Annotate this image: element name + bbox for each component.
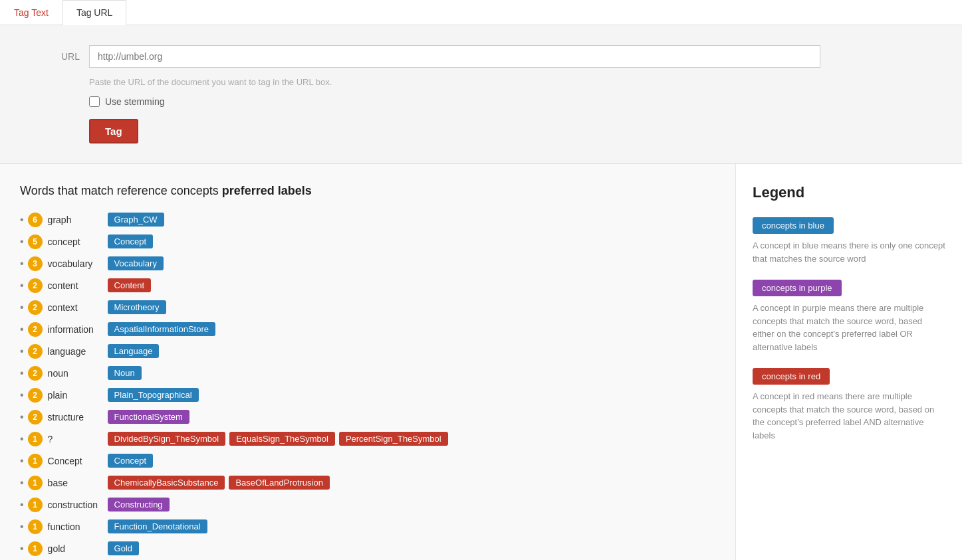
list-item: •1functionFunction_Denotational (20, 518, 715, 535)
stemming-checkbox[interactable] (89, 96, 100, 107)
legend-badge-red: concepts in red (753, 368, 830, 385)
legend-desc: A concept in blue means there is only on… (753, 239, 945, 265)
stemming-row: Use stemming (89, 96, 935, 107)
count-badge: 2 (28, 300, 43, 315)
concept-tag[interactable]: PercentSign_TheSymbol (339, 432, 448, 446)
count-badge: 1 (28, 519, 43, 534)
concept-tag[interactable]: ChemicallyBasicSubstance (108, 476, 225, 490)
list-item: •2languageLanguage (20, 343, 715, 359)
word-text: vocabulary (48, 258, 108, 269)
count-badge: 1 (28, 541, 43, 556)
word-text: noun (48, 368, 108, 379)
list-item: •1baseChemicallyBasicSubstanceBaseOfLand… (20, 474, 715, 491)
count-badge: 1 (28, 498, 43, 512)
word-text: content (48, 280, 108, 291)
bullet-icon: • (20, 411, 24, 423)
count-badge: 2 (28, 344, 43, 359)
tag-button[interactable]: Tag (89, 119, 138, 143)
list-item: •1?DividedBySign_TheSymbolEqualsSign_The… (20, 430, 715, 447)
count-badge: 1 (28, 476, 43, 490)
list-item: •2contentContent (20, 277, 715, 294)
bullet-icon: • (20, 214, 24, 226)
word-text: structure (48, 412, 108, 422)
concept-tag[interactable]: Gold (108, 541, 139, 555)
word-text: base (48, 478, 108, 488)
tab-tag-text[interactable]: Tag Text (0, 0, 62, 25)
concept-tag[interactable]: Concept (108, 454, 153, 468)
list-item: •5conceptConcept (20, 233, 715, 250)
word-list: •6graphGraph_CW•5conceptConcept•3vocabul… (20, 211, 715, 560)
url-row: URL (27, 45, 935, 68)
list-item: •2nounNoun (20, 365, 715, 381)
concept-tag[interactable]: Language (108, 344, 160, 358)
concept-tag[interactable]: Noun (108, 366, 142, 380)
list-item: •2contextMicrotheory (20, 299, 715, 316)
bullet-icon: • (20, 477, 24, 489)
count-badge: 2 (28, 388, 43, 403)
count-badge: 6 (28, 213, 43, 227)
bullet-icon: • (20, 499, 24, 511)
bullet-icon: • (20, 543, 24, 555)
count-badge: 1 (28, 454, 43, 468)
concept-tag[interactable]: DividedBySign_TheSymbol (108, 432, 226, 446)
word-text: Concept (48, 456, 108, 466)
legend-desc: A concept in red means there are multipl… (753, 390, 945, 442)
concept-tag[interactable]: AspatialInformationStore (108, 322, 215, 336)
bullet-icon: • (20, 389, 24, 401)
list-item: •2plainPlain_Topographical (20, 387, 715, 403)
count-badge: 2 (28, 410, 43, 424)
concept-tag[interactable]: Constructing (108, 498, 170, 512)
legend-badge-blue: concepts in blue (753, 217, 834, 234)
count-badge: 1 (28, 432, 43, 446)
count-badge: 2 (28, 322, 43, 337)
results-title: Words that match reference concepts pref… (20, 184, 715, 198)
concept-tag[interactable]: Graph_CW (108, 213, 164, 227)
bullet-icon: • (20, 367, 24, 379)
results-panel: Words that match reference concepts pref… (0, 164, 736, 560)
concept-tag[interactable]: Content (108, 278, 152, 292)
list-item: •2structureFunctionalSystem (20, 409, 715, 425)
legend-item: concepts in purpleA concept in purple me… (753, 280, 945, 353)
word-text: function (48, 521, 108, 532)
list-item: •1goldGold (20, 540, 715, 557)
word-text: plain (48, 390, 108, 401)
concept-tag[interactable]: Vocabulary (108, 256, 164, 270)
count-badge: 2 (28, 366, 43, 381)
legend-desc: A concept in purple means there are mult… (753, 302, 945, 353)
legend-item: concepts in blueA concept in blue means … (753, 217, 945, 265)
list-item: •1ConceptConcept (20, 452, 715, 469)
tab-tag-url[interactable]: Tag URL (62, 0, 126, 25)
concept-tag[interactable]: Plain_Topographical (108, 388, 199, 402)
word-text: concept (48, 236, 108, 247)
bullet-icon: • (20, 280, 24, 292)
legend-badge-purple: concepts in purple (753, 280, 842, 296)
concept-tag[interactable]: Function_Denotational (108, 519, 207, 533)
bullet-icon: • (20, 258, 24, 270)
word-text: graph (48, 215, 108, 225)
url-label: URL (27, 51, 80, 62)
list-item: •1constructionConstructing (20, 496, 715, 513)
legend-title: Legend (753, 184, 945, 201)
bullet-icon: • (20, 433, 24, 445)
concept-tag[interactable]: Concept (108, 234, 153, 248)
concept-tag[interactable]: FunctionalSystem (108, 410, 189, 424)
bullet-icon: • (20, 521, 24, 533)
word-text: construction (48, 500, 108, 510)
legend-item: concepts in redA concept in red means th… (753, 368, 945, 442)
word-text: language (48, 346, 108, 357)
bullet-icon: • (20, 236, 24, 248)
url-input[interactable] (89, 45, 820, 68)
url-form-section: URL Paste the URL of the document you wa… (0, 25, 962, 164)
stemming-label: Use stemming (105, 96, 164, 107)
concept-tag[interactable]: EqualsSign_TheSymbol (229, 432, 335, 446)
concept-tag[interactable]: BaseOfLandProtrusion (229, 476, 330, 490)
count-badge: 2 (28, 278, 43, 293)
bullet-icon: • (20, 345, 24, 357)
url-hint: Paste the URL of the document you want t… (89, 77, 935, 87)
list-item: •6graphGraph_CW (20, 211, 715, 228)
list-item: •2informationAspatialInformationStore (20, 321, 715, 337)
word-text: ? (48, 434, 108, 444)
tab-bar: Tag Text Tag URL (0, 0, 962, 25)
bullet-icon: • (20, 302, 24, 314)
concept-tag[interactable]: Microtheory (108, 300, 166, 314)
